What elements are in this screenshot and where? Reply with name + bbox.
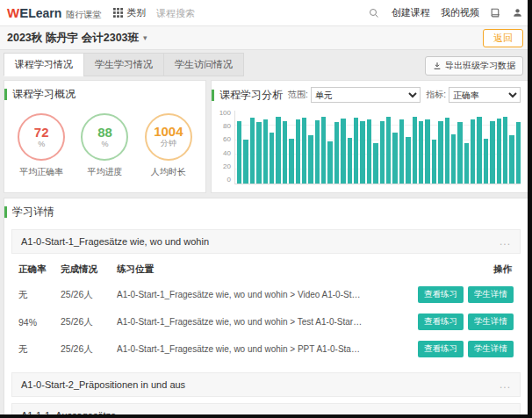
- chart-bar: [308, 135, 313, 184]
- chart-bar: [315, 120, 320, 184]
- screen-edge-bottom: [0, 414, 532, 418]
- metric-avg-accuracy: 72 % 平均正确率: [18, 113, 65, 178]
- top-bar: WELearn 随行课堂 类别 创建课程 我的视频: [0, 0, 532, 26]
- chart-bar: [270, 133, 274, 184]
- metric-field: 指标: 正确率: [426, 87, 521, 103]
- category-menu[interactable]: 类别: [113, 6, 146, 19]
- metric-avg-duration: 1004 分钟 人均时长: [145, 113, 192, 178]
- table-row: 无 25/26人 A1-0-Start-1_Fragesätze wie, wo…: [15, 335, 517, 363]
- user-icon[interactable]: [512, 7, 523, 18]
- book-icon[interactable]: [490, 7, 501, 18]
- main-content: 课程学习概况 72 % 平均正确率 88 % 平均进度: [0, 76, 532, 418]
- my-videos-link[interactable]: 我的视频: [441, 6, 479, 19]
- unit-item-header[interactable]: A1-0-Start-2_Präpositionen in und aus ..…: [11, 372, 521, 397]
- course-search: [156, 8, 379, 18]
- metric-circle: 1004 分钟: [145, 113, 192, 161]
- logo-subtitle: 随行课堂: [66, 9, 101, 21]
- analysis-title-row: 课程学习分析 范围: 单元 指标: 正确率: [212, 81, 528, 106]
- bar-chart: 100 80 60 40 20 0: [212, 106, 528, 192]
- cell-accuracy: 无: [18, 289, 61, 301]
- overview-title: 课程学习概况: [12, 87, 75, 102]
- more-icon[interactable]: ...: [500, 378, 511, 391]
- accent-bar: [4, 89, 7, 100]
- back-button[interactable]: 返回: [483, 29, 523, 47]
- student-details-button[interactable]: 学生详情: [468, 314, 514, 330]
- chart-bar: [386, 117, 391, 184]
- chart-bar: [457, 122, 462, 184]
- metric-label: 平均正确率: [19, 166, 63, 178]
- y-tick: 20: [223, 163, 231, 170]
- chart-bar: [451, 134, 456, 184]
- metric-unit: %: [38, 140, 45, 148]
- create-course-link[interactable]: 创建课程: [392, 6, 430, 19]
- view-exercise-button[interactable]: 查看练习: [418, 286, 464, 303]
- chart-bar: [360, 121, 364, 184]
- metric-value: 72: [34, 126, 49, 140]
- student-details-button[interactable]: 学生详情: [468, 286, 514, 303]
- col-accuracy: 正确率: [18, 263, 61, 276]
- tab-student-learning[interactable]: 学生学习情况: [83, 53, 163, 76]
- class-title-dropdown[interactable]: 2023秋 陈丹宇 会计2303班 ▾: [7, 31, 147, 46]
- chart-bar: [237, 121, 241, 184]
- unit-title: A1-0-Start-1_Fragesätze wie, wo und wohi…: [21, 236, 209, 247]
- tabs: 课程学习情况 学生学习情况 学生访问情况: [4, 53, 244, 76]
- chart-bar: [289, 139, 293, 184]
- course-overview-panel: 课程学习概况 72 % 平均正确率 88 % 平均进度: [4, 80, 206, 193]
- metric-value: 1004: [154, 125, 183, 139]
- chart-y-axis: 100 80 60 40 20 0: [215, 111, 234, 184]
- bar-chart-bars: [234, 111, 521, 184]
- chart-bar: [354, 118, 358, 184]
- col-actions: 操作: [368, 263, 514, 276]
- chart-bar: [302, 118, 306, 184]
- tab-course-learning[interactable]: 课程学习情况: [4, 53, 83, 76]
- y-tick: 0: [227, 177, 231, 184]
- metric-select[interactable]: 正确率: [449, 87, 521, 103]
- cell-accuracy: 94%: [18, 317, 61, 328]
- overview-title-row: 课程学习概况: [4, 81, 205, 105]
- grid-icon: [113, 8, 123, 18]
- chart-bar: [438, 121, 442, 184]
- chart-bar: [348, 138, 352, 184]
- cell-completion: 25/26人: [61, 289, 117, 301]
- chart-bar: [392, 133, 397, 184]
- export-class-data-button[interactable]: 导出班级学习数据: [425, 56, 523, 76]
- chart-bar: [327, 141, 332, 184]
- tab-student-visits[interactable]: 学生访问情况: [163, 53, 244, 76]
- chart-bar: [283, 121, 287, 184]
- chart-bar: [490, 121, 494, 184]
- category-label: 类别: [126, 6, 146, 19]
- class-bar: 2023秋 陈丹宇 会计2303班 ▾ 返回: [0, 26, 532, 50]
- chart-bar: [367, 119, 371, 184]
- col-location: 练习位置: [117, 263, 368, 276]
- exercise-table: 正确率 完成情况 练习位置 操作 无 25/26人 A1-0-Start-1_F…: [11, 254, 521, 366]
- logo-e: E: [19, 5, 28, 20]
- chart-bar: [406, 137, 410, 184]
- y-tick: 40: [223, 150, 231, 157]
- search-icon[interactable]: [369, 8, 379, 18]
- scope-label: 范围:: [288, 89, 308, 101]
- unit-item-header[interactable]: A1-0-Start-1_Fragesätze wie, wo und wohi…: [11, 229, 521, 254]
- chart-bar: [399, 119, 404, 184]
- chart-bar: [243, 140, 248, 184]
- chart-bar: [250, 118, 255, 184]
- chart-bar: [334, 122, 339, 184]
- scope-select[interactable]: 单元: [311, 87, 421, 103]
- metric-value: 88: [97, 126, 112, 140]
- chevron-down-icon: ▾: [143, 33, 147, 42]
- search-input[interactable]: [156, 8, 369, 18]
- chart-bar: [276, 117, 280, 184]
- view-exercise-button[interactable]: 查看练习: [418, 314, 464, 330]
- cell-location: A1-0-Start-1_Fragesätze wie, wo und wohi…: [117, 290, 368, 299]
- chart-bar: [445, 118, 449, 184]
- more-icon[interactable]: ...: [500, 235, 511, 248]
- student-details-button[interactable]: 学生详情: [468, 341, 514, 357]
- analysis-title: 课程学习分析: [219, 88, 283, 103]
- unit-title: A1-0-Start-2_Präpositionen in und aus: [21, 379, 185, 390]
- tab-row: 课程学习情况 学生学习情况 学生访问情况 导出班级学习数据: [0, 50, 532, 76]
- metric-label: 人均时长: [151, 166, 186, 178]
- welearn-logo[interactable]: WELearn 随行课堂: [7, 5, 101, 21]
- chart-bar: [321, 117, 326, 184]
- cell-location: A1-0-Start-1_Fragesätze wie, wo und wohi…: [117, 317, 368, 327]
- view-exercise-button[interactable]: 查看练习: [418, 341, 464, 357]
- cell-location: A1-0-Start-1_Fragesätze wie, wo und wohi…: [117, 344, 368, 354]
